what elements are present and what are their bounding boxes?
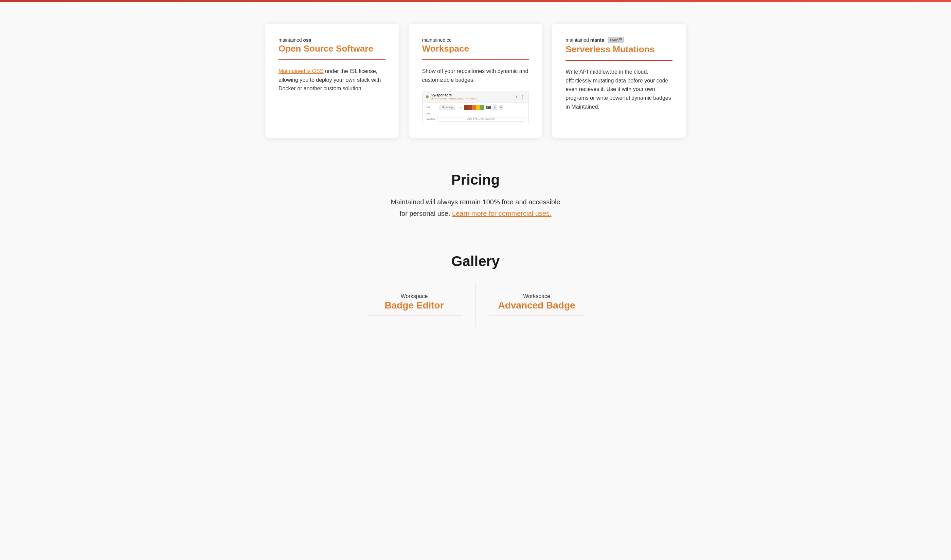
gallery-grid: Workspace Badge Editor Workspace Advance… xyxy=(265,283,686,326)
mockup-copy-btn[interactable]: ⎘ xyxy=(492,105,497,110)
mockup-row-mai: MAI xyxy=(422,111,529,116)
mockup-plus-badge: +7 xyxy=(486,106,491,109)
pricing-commercial-link[interactable]: Learn more for commercial uses. xyxy=(452,210,551,217)
gallery-section: Gallery Workspace Badge Editor Workspace… xyxy=(238,233,713,340)
gallery-item-badge-editor-title: Badge Editor xyxy=(367,300,462,311)
gallery-item-advanced-badge-subtitle: Workspace xyxy=(489,293,584,299)
mockup-row-tai: TAI 🖥 laptop ☆ gr xyxy=(422,104,529,111)
mockup-create-button[interactable]: CREATE NEW BADGE xyxy=(437,117,526,122)
card-manta-subtitle: maintained manta soontm xyxy=(566,37,672,43)
card-oss-title: Open Source Software xyxy=(279,43,385,54)
mockup-badge-area-tai: 🖥 laptop ☆ gr xyxy=(439,105,526,110)
page-wrapper: maintained oss Open Source Software Main… xyxy=(238,0,713,360)
mockup-badge-input[interactable]: 🖥 laptop xyxy=(439,105,455,110)
mockup-header: ivy-sponsors MAINTAINED · PERSONAL PROJE… xyxy=(422,91,529,103)
mockup-project-name: ivy-sponsors xyxy=(431,93,478,97)
card-manta-body-text: Write API middleware in the cloud, effor… xyxy=(566,69,671,109)
card-manta-divider xyxy=(566,60,672,61)
mockup-add-icon[interactable]: + xyxy=(515,94,518,100)
mockup-badge-label: laptop xyxy=(445,106,453,109)
gallery-item-badge-editor-divider xyxy=(367,315,462,316)
mockup-body: TAI 🖥 laptop ☆ gr xyxy=(422,103,529,124)
top-bar xyxy=(238,0,713,2)
card-workspace-subtitle: maintained.cc xyxy=(422,37,529,43)
card-oss-divider xyxy=(279,59,385,60)
card-workspace: maintained.cc Workspace Show off your re… xyxy=(408,24,543,138)
mockup-label-mai: MAI xyxy=(426,112,437,115)
pricing-title: Pricing xyxy=(265,172,686,188)
oss-link[interactable]: Maintained is OSS xyxy=(279,68,324,74)
card-manta-bold: manta xyxy=(590,37,604,43)
pricing-section: Pricing Maintained will always remain 10… xyxy=(238,151,713,233)
mockup-actions: + ⋮ xyxy=(515,94,525,100)
gallery-item-badge-editor-subtitle: Workspace xyxy=(367,293,462,299)
star-icon: ☆ xyxy=(456,106,459,109)
mockup-more-icon[interactable]: ⋮ xyxy=(520,94,525,100)
workspace-mockup: ivy-sponsors MAINTAINED · PERSONAL PROJE… xyxy=(422,91,529,124)
mockup-label-tai: TAI xyxy=(426,106,437,109)
card-oss-body: Maintained is OSS under the ISL license,… xyxy=(279,67,385,93)
mockup-color-strip xyxy=(464,105,484,110)
card-workspace-body: Show off your repositories with dynamic … xyxy=(422,67,529,84)
pricing-line2: for personal use. xyxy=(400,210,450,217)
mockup-project-subtitle: MAINTAINED · PERSONAL PROJECT xyxy=(431,97,478,100)
gallery-item-advanced-badge-title: Advanced Badge xyxy=(489,300,584,311)
gallery-title: Gallery xyxy=(265,253,686,269)
mockup-label-manta: MANTA xyxy=(426,118,437,121)
mockup-dot-icon xyxy=(426,95,428,98)
card-manta-title: Serverless Mutations xyxy=(566,44,672,55)
card-workspace-body-text: Show off your repositories with dynamic … xyxy=(422,68,529,83)
cards-section: maintained oss Open Source Software Main… xyxy=(238,10,713,151)
pricing-description: Maintained will always remain 100% free … xyxy=(265,196,686,219)
card-manta-body: Write API middleware in the cloud, effor… xyxy=(566,68,672,111)
mockup-value-text: gr xyxy=(460,106,462,109)
soon-badge: soontm xyxy=(607,37,624,43)
card-oss-bold: oss xyxy=(303,37,311,43)
gallery-item-advanced-badge: Workspace Advanced Badge xyxy=(476,283,598,326)
pricing-line1: Maintained will always remain 100% free … xyxy=(391,198,560,206)
mockup-row-manta: MANTA CREATE NEW BADGE xyxy=(422,116,529,123)
card-manta: maintained manta soontm Serverless Mutat… xyxy=(552,24,686,138)
mockup-header-left: ivy-sponsors MAINTAINED · PERSONAL PROJE… xyxy=(426,93,478,100)
card-workspace-title: Workspace xyxy=(422,43,529,54)
laptop-icon: 🖥 xyxy=(442,106,445,109)
gallery-item-advanced-badge-divider xyxy=(489,315,584,316)
card-oss-subtitle: maintained oss xyxy=(279,37,385,43)
card-oss: maintained oss Open Source Software Main… xyxy=(265,24,399,138)
gallery-item-badge-editor: Workspace Badge Editor xyxy=(353,283,476,326)
card-workspace-divider xyxy=(422,59,529,60)
mockup-settings-btn[interactable]: ⚙ xyxy=(499,105,503,110)
